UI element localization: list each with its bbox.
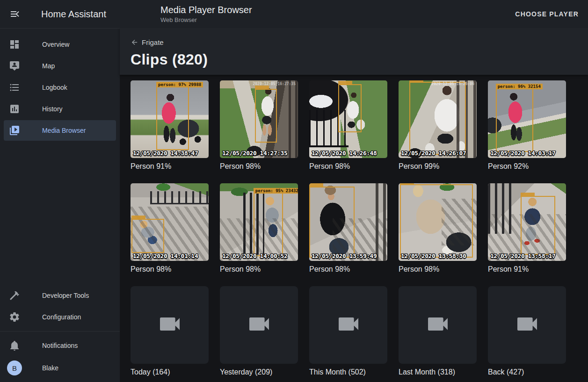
sidebar-item-label: Overview: [42, 41, 69, 48]
clip-timestamp: 12/05/2020 14:00:52: [222, 252, 287, 259]
folder-thumbnail: [399, 286, 477, 364]
clip-timestamp: 12/05/2020 13:58:17: [490, 252, 555, 259]
clip-thumbnail: 12/05/2020 13:58:17: [488, 183, 566, 261]
clip-item[interactable]: person: 97% 2998812/05/2020 14:38:47Pers…: [131, 80, 209, 171]
clip-caption: Person 99%: [399, 162, 477, 171]
play-box-multiple-icon: [9, 125, 20, 136]
clip-caption: Person 98%: [220, 265, 298, 274]
clip-item[interactable]: 12/05/2020 14:26:48Person 98%: [309, 80, 387, 171]
breadcrumb[interactable]: Frigate: [131, 38, 164, 46]
folder-caption: Last Month (318): [399, 368, 477, 376]
sidebar-item-media-browser[interactable]: Media Browser: [4, 120, 116, 141]
camera-overlay-timestamp: 2020-12-05 16:26:06: [431, 82, 474, 86]
gear-icon: [9, 311, 20, 323]
page-title: Clips (820): [131, 51, 588, 68]
clip-caption: Person 91%: [131, 162, 209, 171]
clip-timestamp: 12/05/2020 14:01:14: [133, 252, 198, 259]
clips-grid: person: 97% 2998812/05/2020 14:38:47Pers…: [131, 80, 588, 274]
clip-timestamp: 12/05/2020 14:03:17: [490, 150, 555, 157]
media-browser-header: Media Player Browser Web Browser: [160, 4, 252, 24]
folder-thumbnail: [488, 286, 566, 364]
sidebar-item-map[interactable]: Map: [4, 56, 116, 76]
clip-timestamp: 12/05/2020 14:38:47: [133, 150, 198, 157]
clip-thumbnail: 2020-12-05 16:26:0612/05/2020 14:26:07: [399, 80, 477, 158]
clip-item[interactable]: person: 95% 2343212/05/2020 14:00:52Pers…: [220, 183, 298, 274]
folder-caption: Today (164): [131, 368, 209, 376]
clip-caption: Person 98%: [309, 265, 387, 274]
detection-bbox: [521, 196, 555, 255]
folders-grid: Today (164)Yesterday (209)This Month (50…: [131, 286, 588, 376]
videocam-icon: [514, 311, 540, 339]
sidebar-item-label: Media Browser: [42, 127, 86, 134]
sidebar-spacer: [0, 142, 120, 284]
folder-caption: Back (427): [488, 368, 566, 376]
detection-bbox: [131, 219, 164, 253]
clip-thumbnail: 2020-12-05 16:27:3512/05/2020 14:27:35: [220, 80, 298, 158]
clip-caption: Person 98%: [220, 162, 298, 171]
back-arrow-icon: [131, 38, 138, 46]
sidebar-item-notifications[interactable]: Notifications: [4, 335, 116, 356]
app-title: Home Assistant: [41, 9, 106, 20]
list-icon: [9, 82, 20, 93]
clip-caption: Person 91%: [488, 265, 566, 274]
clip-thumbnail: 12/05/2020 14:26:48: [309, 80, 387, 158]
clip-item[interactable]: 12/05/2020 13:58:30Person 98%: [399, 183, 477, 274]
folder-item-today-[interactable]: Today (164): [131, 286, 209, 376]
folder-thumbnail: [309, 286, 387, 364]
folder-thumbnail: [131, 286, 209, 364]
detection-bbox: person: 96% 32154: [496, 88, 533, 152]
clip-thumbnail: 12/05/2020 13:59:49: [309, 183, 387, 261]
folder-item-yesterday-[interactable]: Yesterday (209): [220, 286, 298, 376]
videocam-icon: [335, 311, 362, 339]
media-browser-subtitle: Web Browser: [160, 16, 252, 24]
menu-open-icon[interactable]: [8, 7, 22, 21]
detection-banner: person: 95% 23432: [254, 188, 298, 194]
detection-bbox: [338, 84, 362, 132]
chart-box-icon: [9, 103, 20, 115]
sidebar-item-label: Map: [42, 62, 55, 70]
clip-item[interactable]: 2020-12-05 16:27:3512/05/2020 14:27:35Pe…: [220, 80, 298, 171]
sidebar-user[interactable]: B Blake: [4, 358, 116, 378]
breadcrumb-label: Frigate: [142, 38, 164, 46]
folder-item-back-[interactable]: Back (427): [488, 286, 566, 376]
clip-item[interactable]: 12/05/2020 14:01:14Person 98%: [131, 183, 209, 274]
folder-item-last-month-[interactable]: Last Month (318): [399, 286, 477, 376]
main-content: Frigate Clips (820) person: 97% 2998812/…: [120, 28, 588, 382]
clip-item[interactable]: person: 96% 3215412/05/2020 14:03:17Pers…: [488, 80, 566, 171]
sidebar-item-overview[interactable]: Overview: [4, 34, 116, 55]
detection-bbox: [309, 187, 355, 258]
sidebar-item-label: Configuration: [42, 313, 81, 321]
sidebar-item-label: Notifications: [42, 342, 78, 349]
detection-bbox: [409, 82, 465, 155]
folder-item-this-month-[interactable]: This Month (502): [309, 286, 387, 376]
clip-thumbnail: 12/05/2020 13:58:30: [399, 183, 477, 261]
folder-thumbnail: [220, 286, 298, 364]
view-dashboard-icon: [9, 39, 20, 50]
sidebar-item-configuration[interactable]: Configuration: [4, 307, 116, 327]
clip-thumbnail: person: 95% 2343212/05/2020 14:00:52: [220, 183, 298, 261]
sidebar-item-label: Logbook: [42, 84, 67, 91]
clip-thumbnail: 12/05/2020 14:01:14: [131, 183, 209, 261]
clip-timestamp: 12/05/2020 14:26:07: [401, 150, 466, 157]
sidebar-item-history[interactable]: History: [4, 99, 116, 119]
detection-bbox: person: 97% 29988: [156, 86, 189, 150]
sidebar-item-logbook[interactable]: Logbook: [4, 77, 116, 98]
clip-caption: Person 98%: [309, 162, 387, 171]
clip-item[interactable]: 2020-12-05 16:26:0612/05/2020 14:26:07Pe…: [399, 80, 477, 171]
sidebar-divider: [0, 331, 120, 332]
videocam-icon: [157, 311, 183, 339]
clip-item[interactable]: 12/05/2020 13:58:17Person 91%: [488, 183, 566, 274]
clip-caption: Person 98%: [131, 265, 209, 274]
clip-timestamp: 12/05/2020 13:58:30: [401, 252, 466, 259]
camera-overlay-timestamp: 2020-12-05 16:27:35: [253, 82, 296, 86]
scene-texture: [150, 191, 209, 204]
scene-texture: [289, 80, 298, 158]
clip-thumbnail: person: 96% 3215412/05/2020 14:03:17: [488, 80, 566, 158]
sidebar-item-developer-tools[interactable]: Developer Tools: [4, 285, 116, 306]
sidebar-item-label: Developer Tools: [42, 292, 89, 299]
videocam-icon: [425, 311, 451, 339]
media-grid-area: person: 97% 2998812/05/2020 14:38:47Pers…: [120, 75, 588, 382]
clip-item[interactable]: 12/05/2020 13:59:49Person 98%: [309, 183, 387, 274]
choose-player-button[interactable]: CHOOSE PLAYER: [515, 10, 579, 18]
sidebar-item-label: History: [42, 105, 63, 113]
